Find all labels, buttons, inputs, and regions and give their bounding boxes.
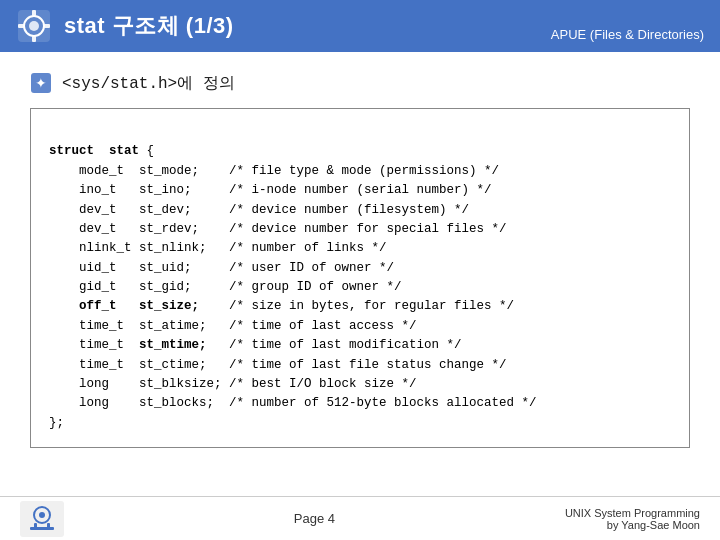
svg-rect-5 <box>18 24 24 28</box>
code-line-gid: gid_t st_gid; /* group ID of owner */ <box>49 280 402 294</box>
svg-text:✦: ✦ <box>35 75 47 91</box>
code-line-ctime: time_t st_ctime; /* time of last file st… <box>49 358 507 372</box>
footer: Page 4 UNIX System Programming by Yang-S… <box>0 496 720 540</box>
svg-rect-13 <box>34 523 37 529</box>
section-label: ✦ <sys/stat.h>에 정의 <box>30 72 690 94</box>
svg-point-11 <box>39 512 45 518</box>
footer-credit: UNIX System Programming by Yang-Sae Moon <box>565 507 700 531</box>
svg-rect-3 <box>32 10 36 16</box>
main-content: ✦ <sys/stat.h>에 정의 struct stat { mode_t … <box>0 52 720 468</box>
svg-rect-4 <box>32 36 36 42</box>
svg-rect-14 <box>47 523 50 529</box>
svg-point-2 <box>29 21 39 31</box>
university-logo <box>20 501 64 537</box>
section-title: <sys/stat.h>에 정의 <box>62 73 235 94</box>
header-subtitle: APUE (Files & Directories) <box>551 27 704 44</box>
code-line-struct: struct stat { <box>49 144 154 158</box>
code-line-mode: mode_t st_mode; /* file type & mode (per… <box>49 164 499 178</box>
code-line-atime: time_t st_atime; /* time of last access … <box>49 319 417 333</box>
code-line-close: }; <box>49 416 64 430</box>
header-left: stat 구조체 (1/3) <box>16 8 234 44</box>
code-line-nlink: nlink_t st_nlink; /* number of links */ <box>49 241 387 255</box>
code-line-blksize: long st_blksize; /* best I/O block size … <box>49 377 417 391</box>
code-line-uid: uid_t st_uid; /* user ID of owner */ <box>49 261 394 275</box>
code-line-dev: dev_t st_dev; /* device number (filesyst… <box>49 203 469 217</box>
footer-page: Page 4 <box>294 511 335 526</box>
svg-rect-6 <box>44 24 50 28</box>
page-title: stat 구조체 (1/3) <box>64 11 234 41</box>
code-line-size: off_t st_size; /* size in bytes, for reg… <box>49 299 514 313</box>
svg-rect-12 <box>30 527 54 530</box>
code-block: struct stat { mode_t st_mode; /* file ty… <box>30 108 690 448</box>
header-icon <box>16 8 52 44</box>
code-line-mtime: time_t st_mtime; /* time of last modific… <box>49 338 462 352</box>
code-line-rdev: dev_t st_rdev; /* device number for spec… <box>49 222 507 236</box>
bullet-icon: ✦ <box>30 72 52 94</box>
code-line-blocks: long st_blocks; /* number of 512-byte bl… <box>49 396 537 410</box>
header: stat 구조체 (1/3) APUE (Files & Directories… <box>0 0 720 52</box>
code-line-ino: ino_t st_ino; /* i-node number (serial n… <box>49 183 492 197</box>
